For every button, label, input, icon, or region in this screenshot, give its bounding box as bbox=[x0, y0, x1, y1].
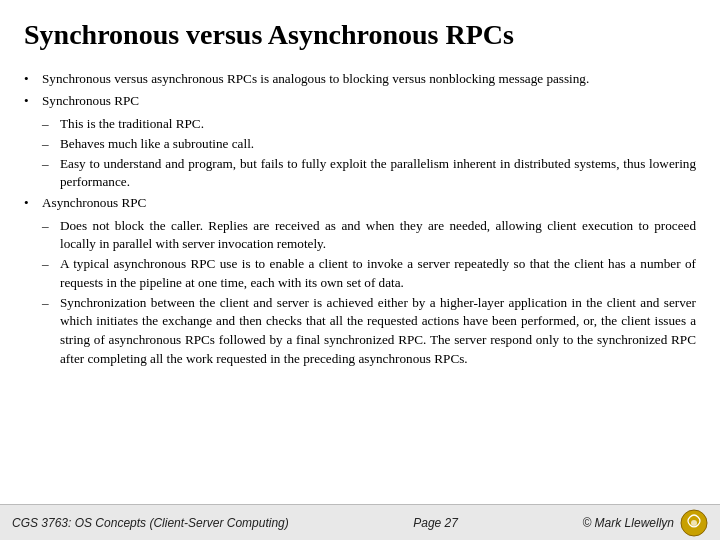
footer-right: © Mark Llewellyn bbox=[582, 509, 708, 537]
sub-text-2-3: Easy to understand and program, but fail… bbox=[60, 155, 696, 192]
bullet-text-3: Asynchronous RPC bbox=[42, 194, 696, 213]
dash-3-3: – bbox=[42, 294, 60, 313]
dash-2-1: – bbox=[42, 115, 60, 134]
slide-title: Synchronous versus Asynchronous RPCs bbox=[0, 0, 720, 62]
slide: Synchronous versus Asynchronous RPCs • S… bbox=[0, 0, 720, 540]
sub-list-3: – Does not block the caller. Replies are… bbox=[42, 217, 696, 369]
logo-icon bbox=[680, 509, 708, 537]
bullet-2: • Synchronous RPC bbox=[24, 92, 696, 111]
sub-item-3-1: – Does not block the caller. Replies are… bbox=[42, 217, 696, 254]
sub-text-3-1: Does not block the caller. Replies are r… bbox=[60, 217, 696, 254]
bullet-marker-1: • bbox=[24, 70, 42, 89]
bullet-marker-3: • bbox=[24, 194, 42, 213]
bullet-marker-2: • bbox=[24, 92, 42, 111]
bullet-3: • Asynchronous RPC bbox=[24, 194, 696, 213]
sub-text-3-2: A typical asynchronous RPC use is to ena… bbox=[60, 255, 696, 292]
sub-text-2-2: Behaves much like a subroutine call. bbox=[60, 135, 696, 154]
footer-center: Page 27 bbox=[413, 516, 458, 530]
slide-content: • Synchronous versus asynchronous RPCs i… bbox=[0, 62, 720, 504]
footer: CGS 3763: OS Concepts (Client-Server Com… bbox=[0, 504, 720, 540]
dash-3-2: – bbox=[42, 255, 60, 274]
sub-text-3-3: Synchronization between the client and s… bbox=[60, 294, 696, 369]
sub-item-2-2: – Behaves much like a subroutine call. bbox=[42, 135, 696, 154]
sub-list-2: – This is the traditional RPC. – Behaves… bbox=[42, 115, 696, 192]
sub-item-3-2: – A typical asynchronous RPC use is to e… bbox=[42, 255, 696, 292]
footer-copyright: © Mark Llewellyn bbox=[582, 516, 674, 530]
sub-item-2-1: – This is the traditional RPC. bbox=[42, 115, 696, 134]
sub-item-2-3: – Easy to understand and program, but fa… bbox=[42, 155, 696, 192]
bullet-text-2: Synchronous RPC bbox=[42, 92, 696, 111]
dash-2-2: – bbox=[42, 135, 60, 154]
bullet-text-1: Synchronous versus asynchronous RPCs is … bbox=[42, 70, 696, 89]
dash-3-1: – bbox=[42, 217, 60, 236]
footer-left: CGS 3763: OS Concepts (Client-Server Com… bbox=[12, 516, 289, 530]
sub-item-3-3: – Synchronization between the client and… bbox=[42, 294, 696, 369]
svg-point-1 bbox=[691, 520, 697, 526]
sub-text-2-1: This is the traditional RPC. bbox=[60, 115, 696, 134]
dash-2-3: – bbox=[42, 155, 60, 174]
bullet-1: • Synchronous versus asynchronous RPCs i… bbox=[24, 70, 696, 89]
